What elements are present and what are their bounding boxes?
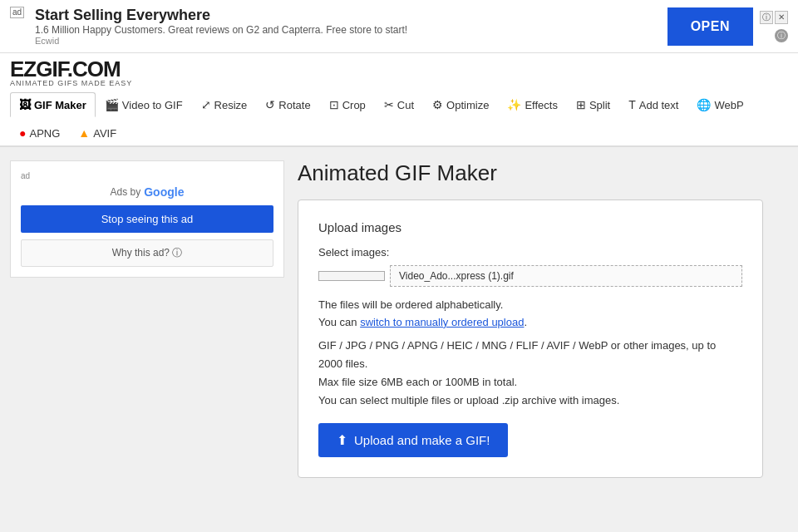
nav-tab-split[interactable]: ⊞ Split bbox=[567, 92, 619, 117]
nav-tab-label: Effects bbox=[525, 99, 558, 111]
page-title: Animated GIF Maker bbox=[298, 160, 788, 186]
main-nav: 🖼 GIF Maker 🎬 Video to GIF ⤢ Resize ↺ Ro… bbox=[10, 87, 788, 117]
nav-tab-optimize[interactable]: ⚙ Optimize bbox=[423, 92, 498, 117]
ads-by-text: Ads by bbox=[111, 186, 141, 198]
upload-icon: ⬆ bbox=[337, 432, 347, 448]
format-info: GIF / JPG / PNG / APNG / HEIC / MNG / FL… bbox=[318, 337, 742, 410]
ad-close-button[interactable]: ✕ bbox=[775, 11, 788, 24]
info-line2: You can bbox=[318, 316, 357, 328]
content-area: Animated GIF Maker Upload images Select … bbox=[298, 160, 788, 532]
upload-section-title: Upload images bbox=[318, 220, 742, 234]
add-text-icon: T bbox=[628, 98, 636, 111]
sidebar-ad-box: ad Ads by Google Stop seeing this ad Why… bbox=[10, 160, 284, 278]
nav-tab-webp[interactable]: 🌐 WebP bbox=[687, 92, 752, 117]
upload-button-label: Upload and make a GIF! bbox=[354, 433, 490, 447]
nav-tab-rotate[interactable]: ↺ Rotate bbox=[256, 92, 319, 117]
resize-icon: ⤢ bbox=[201, 98, 211, 111]
nav-tab-label: Resize bbox=[214, 99, 248, 111]
ad-info-dot[interactable]: ⓘ bbox=[775, 29, 788, 42]
nav-tab-label: Cut bbox=[397, 99, 414, 111]
file-name-display: Video_Ado...xpress (1).gif bbox=[390, 265, 742, 287]
nav-tab-add-text[interactable]: T Add text bbox=[619, 92, 687, 117]
nav-tab-label: GIF Maker bbox=[34, 99, 86, 111]
nav-tab-resize[interactable]: ⤢ Resize bbox=[192, 92, 257, 117]
info-line1: The files will be ordered alphabetically… bbox=[318, 298, 503, 311]
rotate-icon: ↺ bbox=[265, 98, 275, 111]
main-content: ad Ads by Google Stop seeing this ad Why… bbox=[0, 147, 798, 532]
ad-info-button[interactable]: ⓘ bbox=[760, 11, 773, 24]
info-period: . bbox=[524, 316, 527, 328]
logo-link[interactable]: EZGIF.COM ANIMATED GIFS MADE EASY bbox=[10, 58, 132, 87]
nav-tab-cut[interactable]: ✂ Cut bbox=[375, 92, 423, 117]
max-size-info: Max file size 6MB each or 100MB in total… bbox=[318, 376, 517, 388]
nav-tab-label: Add text bbox=[639, 99, 679, 111]
gif-maker-icon: 🖼 bbox=[19, 98, 31, 111]
top-ad-banner: ad Start Selling Everywhere 1.6 Million … bbox=[0, 0, 798, 53]
why-ad-button[interactable]: Why this ad? ⓘ bbox=[21, 239, 273, 267]
stop-ad-button[interactable]: Stop seeing this ad bbox=[21, 205, 273, 233]
file-browse-button[interactable] bbox=[318, 271, 385, 281]
header: EZGIF.COM ANIMATED GIFS MADE EASY 🖼 GIF … bbox=[0, 53, 798, 147]
webp-icon: 🌐 bbox=[697, 98, 711, 111]
optimize-icon: ⚙ bbox=[432, 98, 443, 111]
sidebar: ad Ads by Google Stop seeing this ad Why… bbox=[10, 160, 284, 532]
effects-icon: ✨ bbox=[507, 98, 521, 111]
nav-tab-label: Optimize bbox=[446, 99, 489, 111]
google-logo: Google bbox=[144, 185, 184, 199]
format-line1: GIF / JPG / PNG / APNG / HEIC / MNG / FL… bbox=[318, 339, 716, 370]
avif-icon: ▲ bbox=[78, 126, 90, 140]
top-ad-content: Start Selling Everywhere 1.6 Million Hap… bbox=[35, 7, 667, 46]
select-images-label: Select images: bbox=[318, 246, 742, 259]
ad-title: Start Selling Everywhere bbox=[35, 7, 407, 24]
nav-tab-effects[interactable]: ✨ Effects bbox=[498, 92, 567, 117]
nav-tab-label: Video to GIF bbox=[122, 99, 183, 111]
nav-tab-label: Rotate bbox=[278, 99, 310, 111]
ads-by-google: Ads by Google bbox=[21, 185, 273, 199]
nav-tab-label: WebP bbox=[714, 99, 743, 111]
nav-tab-label: Crop bbox=[342, 99, 366, 111]
manual-order-link[interactable]: switch to manually ordered upload bbox=[360, 316, 524, 328]
cut-icon: ✂ bbox=[384, 98, 394, 111]
logo-main: EZGIF.COM bbox=[10, 58, 132, 80]
ad-source: Ecwid bbox=[35, 36, 407, 46]
nav-tab-label: AVIF bbox=[93, 127, 116, 140]
logo-sub: ANIMATED GIFS MADE EASY bbox=[10, 80, 132, 87]
file-input-row: Video_Ado...xpress (1).gif bbox=[318, 265, 742, 287]
logo-nav: EZGIF.COM ANIMATED GIFS MADE EASY bbox=[10, 58, 788, 87]
ad-description: 1.6 Million Happy Customers. Great revie… bbox=[35, 24, 407, 36]
nav-tab-gif-maker[interactable]: 🖼 GIF Maker bbox=[10, 92, 96, 117]
nav-tab-video-to-gif[interactable]: 🎬 Video to GIF bbox=[96, 92, 192, 117]
multiple-files-info: You can select multiple files or upload … bbox=[318, 394, 619, 406]
upload-box: Upload images Select images: Video_Ado..… bbox=[298, 200, 763, 478]
nav-tab-label: Split bbox=[589, 99, 610, 111]
top-ad-text: Start Selling Everywhere 1.6 Million Hap… bbox=[35, 7, 407, 46]
nav-tab-apng[interactable]: ● APNG bbox=[10, 121, 69, 145]
ad-label: ad bbox=[10, 7, 24, 18]
file-order-info: The files will be ordered alphabetically… bbox=[318, 297, 742, 332]
split-icon: ⊞ bbox=[576, 98, 586, 111]
ad-open-button[interactable]: OPEN bbox=[667, 7, 753, 46]
sidebar-ad-label: ad bbox=[21, 171, 273, 180]
upload-button[interactable]: ⬆ Upload and make a GIF! bbox=[318, 423, 508, 457]
ad-controls: ⓘ ✕ ⓘ bbox=[760, 11, 788, 42]
apng-icon: ● bbox=[19, 126, 26, 140]
nav-row2: ● APNG ▲ AVIF bbox=[10, 117, 788, 145]
nav-tab-label: APNG bbox=[29, 127, 60, 140]
nav-tab-avif[interactable]: ▲ AVIF bbox=[69, 121, 126, 145]
crop-icon: ⊡ bbox=[329, 98, 339, 111]
video-to-gif-icon: 🎬 bbox=[105, 98, 119, 111]
nav-tab-crop[interactable]: ⊡ Crop bbox=[320, 92, 375, 117]
